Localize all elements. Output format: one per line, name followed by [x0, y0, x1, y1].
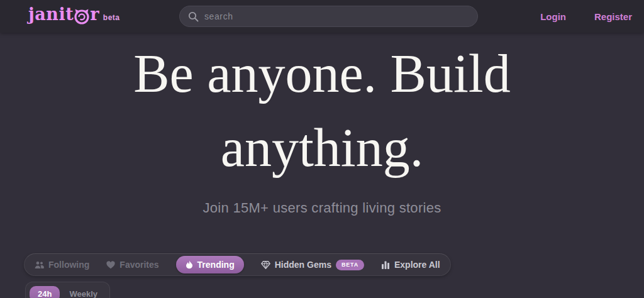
login-button[interactable]: Login	[540, 11, 566, 22]
hero-title: Be anyone. Build anything.	[0, 36, 644, 185]
top-navbar: janit r beta Login Register	[0, 0, 644, 33]
tab-hidden-gems[interactable]: Hidden Gems BETA	[261, 260, 364, 270]
hero-section: Be anyone. Build anything. Join 15M+ use…	[0, 33, 644, 216]
tab-trending[interactable]: Trending	[176, 256, 244, 273]
search-icon	[188, 11, 199, 22]
tab-label: Favorites	[119, 260, 158, 270]
beta-badge: BETA	[336, 260, 364, 270]
category-tabbar: Following Favorites Trending Hidden Gems…	[24, 253, 451, 276]
search-input[interactable]	[204, 11, 469, 21]
users-icon	[35, 261, 44, 269]
hero-title-line1: Be anyone. Build	[0, 36, 644, 111]
hero-subtitle: Join 15M+ users crafting living stories	[0, 200, 644, 216]
tab-favorites[interactable]: Favorites	[106, 260, 158, 270]
flame-icon	[186, 260, 193, 269]
tab-label: Following	[48, 260, 89, 270]
time-filter-weekly[interactable]: Weekly	[61, 286, 106, 298]
tab-following[interactable]: Following	[35, 260, 89, 270]
auth-links: Login Register	[540, 0, 632, 33]
brand-wordmark-pre: janit	[28, 4, 74, 24]
owl-icon	[74, 8, 89, 25]
search-bar[interactable]	[179, 6, 478, 27]
gem-icon	[261, 261, 270, 269]
beta-tag: beta	[103, 13, 120, 22]
time-filter-24h[interactable]: 24h	[30, 286, 60, 298]
tab-label: Explore All	[394, 260, 440, 270]
brand-wordmark: janit r	[28, 4, 99, 24]
tab-label: Trending	[197, 260, 235, 270]
register-button[interactable]: Register	[594, 11, 632, 22]
hero-title-line2: anything.	[0, 111, 644, 185]
brand-logo[interactable]: janit r beta	[28, 4, 120, 24]
tab-explore-all[interactable]: Explore All	[381, 260, 440, 270]
brand-wordmark-post: r	[90, 4, 99, 24]
tab-label: Hidden Gems	[275, 260, 331, 270]
bar-chart-icon	[381, 261, 390, 269]
heart-icon	[106, 261, 115, 269]
time-filter: 24h Weekly	[25, 282, 110, 298]
